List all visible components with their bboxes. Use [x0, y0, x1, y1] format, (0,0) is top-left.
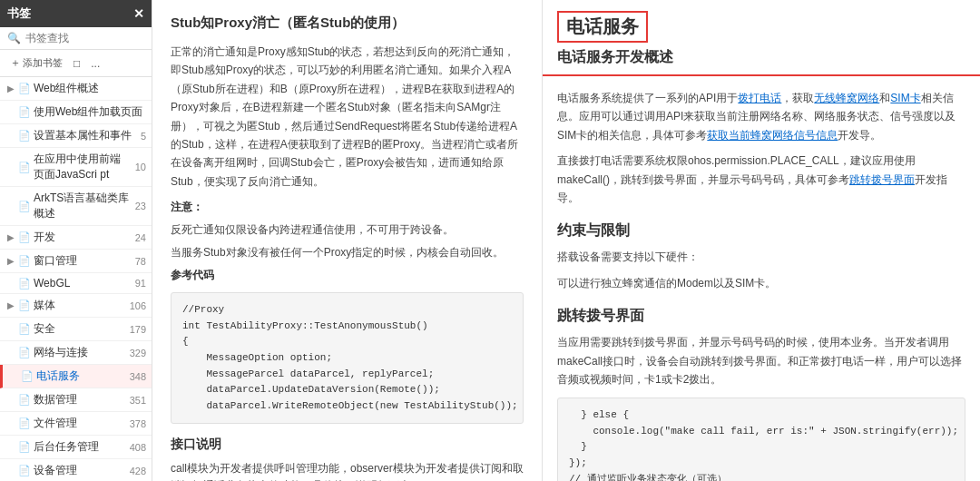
sidebar-item-count: 23	[135, 201, 146, 211]
bookmark-icon: 📄	[18, 278, 31, 290]
bookmark-icon: 📄	[18, 441, 31, 453]
note-label: 注意：	[171, 201, 203, 213]
sidebar-item-dev[interactable]: ▶📄开发24	[0, 226, 152, 250]
sidebar-item-label: 电话服务	[36, 368, 126, 384]
intro-text: 电话服务系统提供了一系列的API用于拨打电话，获取无线蜂窝网络和SIM卡相关信息…	[557, 89, 965, 144]
code-block-1: //Proxy int TestAbilityProxy::TestAnonym…	[171, 292, 524, 424]
sidebar-item-web-overview[interactable]: ▶📄Web组件概述	[0, 77, 152, 101]
bookmark-icon: 📄	[18, 162, 31, 173]
sidebar-item-count: 351	[130, 395, 146, 406]
search-icon: 🔍	[7, 32, 21, 44]
doc-section-title: Stub知Proxy消亡（匿名Stub的使用）	[171, 15, 524, 32]
more-icon: ...	[91, 57, 100, 70]
doc-note2: 当服务Stub对象没有被任何一个Proxy指定的时候，内核会自动回收。	[171, 245, 524, 260]
add-icon: ＋	[10, 55, 21, 71]
arrow-icon: ▶	[7, 83, 15, 93]
add-label: 添加书签	[23, 56, 63, 70]
right-panel-header: 电话服务 电话服务开发概述	[543, 0, 980, 76]
bookmark-icon: 📄	[18, 347, 31, 358]
sidebar-item-label: 安全	[34, 321, 126, 337]
doc-paragraph1: 正常的消亡通知是Proxy感知Stub的状态，若想达到反向的死消亡通知，即Stu…	[171, 43, 524, 191]
sidebar-item-count: 348	[130, 371, 146, 382]
bookmark-icon: 📄	[18, 323, 31, 335]
dialpad-desc: 当应用需要跳转到拨号界面，并显示号码号码的时候，使用本业务。当开发者调用make…	[557, 333, 965, 388]
sidebar-item-label: 设置基本属性和事件	[34, 128, 137, 143]
link-cellular[interactable]: 无线蜂窝网络	[814, 92, 879, 104]
add-bookmark-button[interactable]: ＋ 添加书签	[7, 54, 65, 73]
constraint-section: 约束与限制 搭载设备需要支持以下硬件： 可以进行独立蜂窝通信的Modem以及SI…	[557, 221, 965, 292]
sidebar-item-count: 378	[130, 418, 146, 429]
doc-note1: 反死亡通知仅限设备内跨进程通信使用，不可用于跨设备。	[171, 222, 524, 238]
sidebar-item-device-mgr[interactable]: 📄设备管理428	[0, 459, 152, 481]
interface-title: 接口说明	[171, 437, 524, 453]
sidebar-list: ▶📄Web组件概述📄使用Web组件加载页面📄设置基本属性和事件5📄在应用中使用前…	[0, 77, 152, 481]
main-content: Stub知Proxy消亡（匿名Stub的使用） 正常的消亡通知是Proxy感知S…	[152, 0, 980, 481]
bookmark-icon: 📄	[18, 201, 31, 212]
sidebar-item-label: 网络与连接	[34, 345, 126, 360]
doc-panel: Stub知Proxy消亡（匿名Stub的使用） 正常的消亡通知是Proxy感知S…	[152, 0, 543, 481]
sidebar-item-web-load[interactable]: 📄使用Web组件加载页面	[0, 101, 152, 124]
sidebar-item-count: 428	[130, 466, 146, 476]
link-dial[interactable]: 拨打电话	[738, 92, 781, 104]
link-sim[interactable]: SIM卡	[890, 92, 920, 104]
bookmark-icon: 📄	[18, 106, 31, 118]
sidebar-title: 书签	[7, 5, 31, 22]
link-signal[interactable]: 获取当前蜂窝网络信号信息	[707, 129, 838, 142]
sidebar: 书签 ✕ 🔍 ＋ 添加书签 □ ... ▶📄Web组件概述📄使用Web组件加载页…	[0, 0, 152, 481]
arrow-icon: ▶	[7, 256, 15, 266]
sidebar-item-file-mgr[interactable]: 📄文件管理378	[0, 412, 152, 436]
sidebar-item-base-events[interactable]: 📄设置基本属性和事件5	[0, 124, 152, 148]
sidebar-item-label: 设备管理	[34, 463, 126, 478]
constraint-title: 约束与限制	[557, 221, 965, 240]
intro-text-3: 和	[879, 92, 890, 104]
sidebar-item-network[interactable]: 📄网络与连接329	[0, 341, 152, 365]
bookmark-icon: 📄	[18, 465, 31, 476]
bookmark-icon: 📄	[18, 130, 31, 142]
search-input[interactable]	[25, 32, 144, 44]
ref-label: 参考代码	[171, 269, 214, 281]
expand-button[interactable]: □	[71, 55, 83, 72]
sidebar-header: 书签 ✕	[0, 0, 152, 27]
doc-note-title: 注意：	[171, 200, 524, 215]
sidebar-item-label: Web组件概述	[34, 81, 146, 96]
intro-section: 电话服务系统提供了一系列的API用于拨打电话，获取无线蜂窝网络和SIM卡相关信息…	[557, 89, 965, 207]
sidebar-item-count: 91	[135, 278, 146, 289]
sidebar-item-count: 10	[135, 162, 146, 172]
sidebar-item-count: 5	[141, 131, 146, 142]
doc-ref-title: 参考代码	[171, 268, 524, 283]
sidebar-item-label: 在应用中使用前端页面JavaScri pt	[34, 152, 132, 182]
sidebar-item-label: 文件管理	[34, 416, 126, 431]
sidebar-item-security[interactable]: 📄安全179	[0, 318, 152, 341]
sidebar-item-label: ArkTS语言基础类库概述	[34, 191, 132, 221]
link-dialpad[interactable]: 跳转拨号界面	[849, 173, 915, 186]
intro-text-2nd: 直接拨打电话需要系统权限ohos.permission.PLACE_CALL，建…	[557, 152, 965, 207]
sidebar-item-port-mgr[interactable]: ▶📄窗口管理78	[0, 250, 152, 273]
sidebar-item-count: 179	[130, 324, 146, 335]
sidebar-item-telephone[interactable]: 📄电话服务348	[0, 365, 152, 388]
intro-text-1: 电话服务系统提供了一系列的API用于	[557, 92, 738, 104]
bookmark-icon: 📄	[18, 231, 31, 243]
sidebar-item-media[interactable]: ▶📄媒体106	[0, 294, 152, 318]
sidebar-item-label: 后台任务管理	[34, 439, 126, 455]
more-button[interactable]: ...	[88, 55, 103, 72]
sidebar-item-data-mgr[interactable]: 📄数据管理351	[0, 388, 152, 412]
arrow-icon: ▶	[7, 300, 15, 310]
dialpad-section: 跳转拨号界面 当应用需要跳转到拨号界面，并显示号码号码的时候，使用本业务。当开发…	[557, 307, 965, 481]
sidebar-item-count: 329	[130, 348, 146, 358]
right-panel-body: 电话服务系统提供了一系列的API用于拨打电话，获取无线蜂窝网络和SIM卡相关信息…	[543, 76, 980, 481]
bookmark-icon: 📄	[18, 394, 31, 406]
sidebar-item-bg-task[interactable]: 📄后台任务管理408	[0, 436, 152, 459]
intro-text-2: ，获取	[781, 92, 814, 104]
sidebar-item-webgl[interactable]: 📄WebGL91	[0, 273, 152, 294]
right-panel: 电话服务 电话服务开发概述 电话服务系统提供了一系列的API用于拨打电话，获取无…	[543, 0, 980, 481]
sidebar-item-label: 数据管理	[34, 392, 126, 407]
sidebar-item-count: 408	[130, 442, 146, 453]
close-icon[interactable]: ✕	[133, 6, 144, 21]
right-panel-subtitle: 电话服务开发概述	[557, 48, 965, 67]
bookmark-icon: 📄	[18, 255, 31, 267]
sidebar-item-label: 使用Web组件加载页面	[34, 104, 146, 120]
sidebar-item-label: 开发	[34, 230, 132, 245]
sidebar-item-js-main[interactable]: 📄在应用中使用前端页面JavaScri pt10	[0, 148, 152, 187]
bookmark-icon: 📄	[21, 370, 34, 382]
sidebar-item-ark-ts[interactable]: 📄ArkTS语言基础类库概述23	[0, 187, 152, 226]
